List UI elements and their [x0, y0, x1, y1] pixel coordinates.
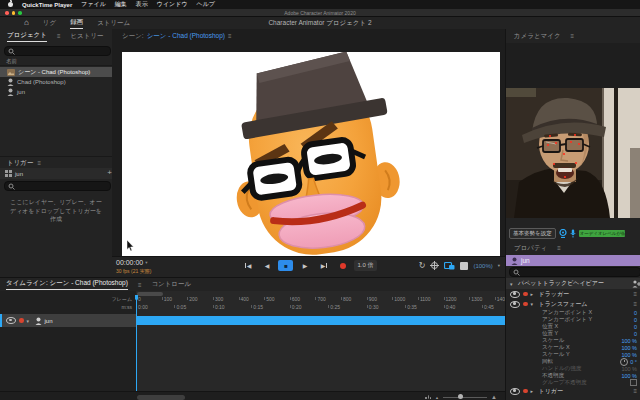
tab-camera-mic[interactable]: カメラとマイク	[514, 32, 561, 41]
tab-history[interactable]: ヒストリー	[70, 32, 103, 41]
loop-playback-icon[interactable]: ↻	[419, 262, 426, 270]
track-header-jun[interactable]: ▾ jun	[0, 314, 136, 327]
tab-properties[interactable]: プロパティ	[514, 244, 547, 253]
stop-button[interactable]: ■	[278, 260, 293, 271]
param-row[interactable]: スケール100 %	[506, 337, 640, 344]
param-value[interactable]: 0	[634, 310, 637, 316]
horizontal-scrollbar[interactable]	[137, 395, 185, 400]
keyframe-size-icon[interactable]	[425, 395, 431, 399]
param-row[interactable]: 位置 Y0	[506, 330, 640, 337]
go-to-start-button[interactable]: ◀	[240, 260, 255, 271]
chevron-right-icon[interactable]: ▸	[531, 388, 536, 394]
track-take-bar[interactable]	[137, 316, 505, 325]
param-row-rotation[interactable]: 回転0 °	[506, 358, 640, 365]
add-behavior-icon[interactable]	[632, 280, 640, 288]
behaviors-section-header[interactable]: ▾ パペットトラックビヘイビアー	[506, 278, 640, 289]
properties-search-input[interactable]	[509, 267, 640, 277]
chevron-right-icon[interactable]: ▸	[531, 291, 536, 297]
arm-record-icon[interactable]	[19, 318, 24, 323]
set-rest-pose-button[interactable]: 基本姿勢を設定	[509, 228, 556, 239]
menu-window[interactable]: ウインドウ	[157, 0, 188, 9]
menu-edit[interactable]: 編集	[115, 0, 127, 9]
eye-icon[interactable]	[6, 317, 16, 324]
param-row-group-opacity[interactable]: グループ不透明度	[506, 379, 640, 386]
zoom-out-mountain-icon[interactable]: ▲	[435, 395, 439, 400]
param-row[interactable]: 位置 X0	[506, 323, 640, 330]
stage-background-icon[interactable]	[460, 262, 468, 270]
zoom-in-mountain-icon[interactable]: ▲	[491, 394, 497, 400]
zoom-slider-knob[interactable]	[458, 394, 463, 399]
tab-timeline[interactable]: タイムライン: シーン - Chad (Photoshop)	[6, 279, 128, 290]
project-search-input[interactable]	[4, 46, 111, 56]
param-value[interactable]: 100 %	[621, 338, 637, 344]
param-row[interactable]: アンカーポイント X0	[506, 309, 640, 316]
param-row[interactable]: 不透明度100 %	[506, 372, 640, 379]
menu-help[interactable]: ヘルプ	[197, 0, 215, 9]
panel-menu-icon[interactable]: ≡	[138, 282, 142, 288]
zoom-level-dropdown[interactable]: (100%)	[473, 263, 492, 269]
panel-menu-icon[interactable]: ≡	[557, 245, 561, 251]
menu-view[interactable]: 表示	[136, 0, 148, 9]
tab-controls[interactable]: コントロール	[151, 280, 191, 289]
microphone-input-icon[interactable]	[570, 229, 576, 238]
menu-icon[interactable]: ≡	[633, 388, 637, 394]
camera-input-icon[interactable]	[559, 229, 567, 238]
param-value[interactable]: 0	[634, 317, 637, 323]
arm-record-icon[interactable]	[523, 389, 528, 394]
chevron-down-icon[interactable]: ▾	[498, 263, 500, 268]
param-row[interactable]: スケール X100 %	[506, 344, 640, 351]
playhead-handle[interactable]	[135, 295, 138, 300]
panel-menu-icon[interactable]: ≡	[57, 33, 61, 39]
menu-icon[interactable]: ≡	[633, 301, 637, 307]
timeline-zoom-slider[interactable]	[443, 397, 487, 398]
chevron-down-icon[interactable]: ▾	[510, 281, 515, 287]
tab-project[interactable]: プロジェクト	[7, 31, 47, 42]
arm-record-icon[interactable]	[523, 302, 528, 307]
previous-frame-button[interactable]: ◀	[259, 260, 274, 271]
selected-puppet-row[interactable]: jun	[506, 255, 640, 266]
project-item-puppet-chad[interactable]: Chad (Photoshop)	[0, 77, 112, 87]
center-view-icon[interactable]	[430, 261, 439, 270]
time-ruler[interactable]: 0:00 0:05 0:10 0:15 0:20 0:25 0:30 0:35 …	[136, 304, 505, 310]
param-value[interactable]: 0 °	[630, 359, 637, 365]
scene-tab[interactable]: シーン: シーン - Chad (Photoshop) ≡	[112, 29, 505, 43]
eye-icon[interactable]	[510, 291, 520, 298]
playhead[interactable]	[136, 295, 137, 391]
scene-tab-name[interactable]: シーン - Chad (Photoshop)	[147, 32, 225, 41]
panel-menu-icon[interactable]: ≡	[37, 160, 41, 166]
eye-icon[interactable]	[510, 301, 520, 308]
behavior-row-transform[interactable]: ▾ トランスフォーム ≡	[506, 299, 640, 309]
param-row[interactable]: ハンドルの強度100 %	[506, 365, 640, 372]
zoom-tool-icon[interactable]	[444, 261, 455, 270]
param-value[interactable]: 100 %	[621, 373, 637, 379]
column-header-name[interactable]: 名前	[0, 57, 118, 66]
param-row[interactable]: アンカーポイント Y0	[506, 316, 640, 323]
record-button[interactable]	[335, 260, 350, 271]
project-item-scene[interactable]: シーン - Chad (Photoshop)	[0, 67, 112, 77]
chevron-down-icon[interactable]: ▾	[531, 301, 536, 307]
param-value[interactable]: 100 %	[621, 345, 637, 351]
apple-menu-icon[interactable]	[8, 2, 13, 7]
menu-icon[interactable]: ≡	[633, 291, 637, 297]
chevron-down-icon[interactable]: ▾	[27, 318, 32, 324]
param-value[interactable]: 0	[634, 331, 637, 337]
behavior-row-triggers[interactable]: ▸ トリガー ≡	[506, 386, 640, 396]
arm-record-icon[interactable]	[523, 292, 528, 297]
behavior-row-dragger[interactable]: ▸ ドラッガー ≡	[506, 289, 640, 299]
menubar-app-name[interactable]: QuickTime Player	[22, 2, 72, 8]
playback-speed[interactable]: 1.0 倍	[354, 260, 376, 271]
param-value[interactable]: 0	[634, 324, 637, 330]
next-frame-button[interactable]: ▶	[316, 260, 331, 271]
menu-file[interactable]: ファイル	[81, 0, 106, 9]
play-button[interactable]: ▶	[297, 260, 312, 271]
project-item-puppet-jun[interactable]: jun	[0, 87, 112, 97]
panel-menu-icon[interactable]: ≡	[571, 33, 575, 39]
triggers-puppet-row[interactable]: jun +	[0, 168, 117, 179]
checkbox[interactable]	[630, 379, 637, 386]
stage[interactable]	[122, 52, 500, 256]
frame-ruler[interactable]: 0 100 200 300 400 500 600 700 800 900 10…	[136, 296, 505, 302]
eye-icon[interactable]	[510, 388, 520, 395]
window-titlebar[interactable]: Adobe Character Animator 2020	[0, 9, 640, 17]
panel-menu-icon[interactable]: ≡	[228, 33, 232, 39]
triggers-search-input[interactable]	[4, 181, 111, 191]
